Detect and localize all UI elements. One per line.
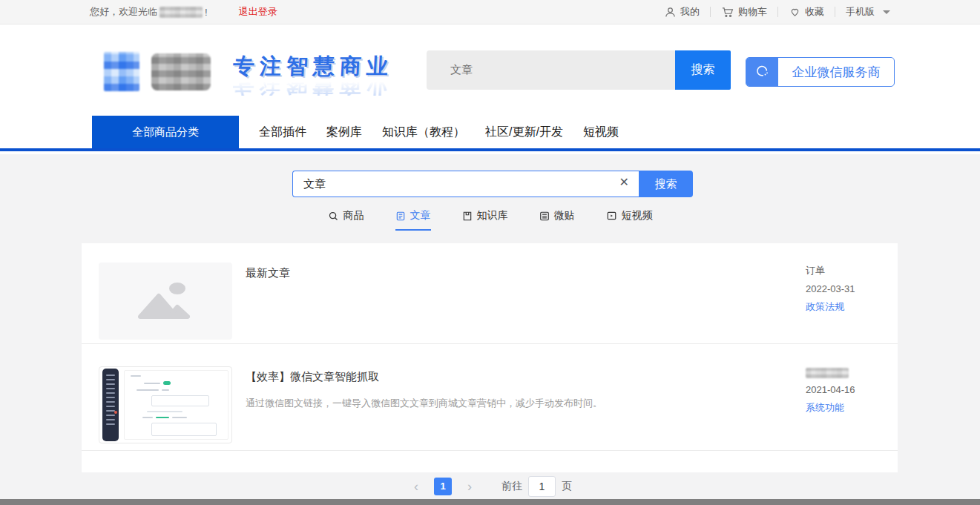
result-body: 【效率】微信文章智能抓取 通过微信图文链接，一键导入微信图文文章到商城文章营销中… <box>232 366 806 411</box>
result-category: 订单 <box>806 264 825 277</box>
nav-item-community[interactable]: 社区/更新/开发 <box>485 116 563 148</box>
knowledge-icon <box>462 211 473 222</box>
main-nav: 全部商品分类 全部插件 案例库 知识库（教程） 社区/更新/开发 短视频 <box>0 116 980 151</box>
nav-item-short-video[interactable]: 短视频 <box>583 116 619 148</box>
image-placeholder-icon <box>134 278 197 324</box>
content-search-input[interactable] <box>292 171 639 197</box>
mobile-version-label: 手机版 <box>846 5 875 19</box>
result-thumbnail-placeholder[interactable] <box>99 263 232 340</box>
article-icon <box>395 211 406 222</box>
result-title[interactable]: 最新文章 <box>246 266 791 280</box>
username-blurred <box>160 7 203 18</box>
site-slogan: 专注智慧商业 专注智慧商业 <box>233 56 393 96</box>
tab-posts-label: 微贴 <box>554 209 575 222</box>
site-logo-text-blurred <box>151 53 211 90</box>
nav-item-case-library[interactable]: 案例库 <box>326 116 362 148</box>
result-date: 2021-04-16 <box>806 384 855 395</box>
search-icon <box>328 211 339 222</box>
my-account-label: 我的 <box>680 5 700 19</box>
header-search: 搜索 <box>427 50 731 90</box>
logout-link[interactable]: 退出登录 <box>239 5 277 19</box>
favorites-label: 收藏 <box>805 5 824 19</box>
logo-area[interactable]: 专注智慧商业 专注智慧商业 <box>104 52 393 96</box>
pagination-goto-input[interactable] <box>528 476 556 497</box>
divider <box>710 7 711 17</box>
user-icon <box>664 6 677 19</box>
result-body: 最新文章 <box>232 263 806 280</box>
bottom-bar <box>0 499 980 505</box>
header: 专注智慧商业 专注智慧商业 搜索 企业微信服务商 <box>0 25 980 116</box>
pagination-next-button[interactable]: › <box>461 480 478 493</box>
result-date: 2022-03-31 <box>806 283 855 294</box>
results-card: 最新文章 订单 2022-03-31 政策法规 <box>82 243 898 472</box>
topbar: 您好，欢迎光临 ! 退出登录 我的 购物车 <box>0 0 980 24</box>
topbar-greeting: 您好，欢迎光临 ! 退出登录 <box>90 5 277 19</box>
nav-item-all-categories[interactable]: 全部商品分类 <box>92 116 239 148</box>
header-search-button[interactable]: 搜索 <box>675 50 731 90</box>
pagination-prev-button[interactable]: ‹ <box>408 480 424 493</box>
thumb-admin-panel <box>124 370 228 440</box>
result-row: 【效率】微信文章智能抓取 通过微信图文链接，一键导入微信图文文章到商城文章营销中… <box>82 344 898 450</box>
favorites-link[interactable]: 收藏 <box>789 5 824 19</box>
result-thumbnail-screenshot[interactable] <box>99 366 232 443</box>
header-search-input[interactable] <box>427 50 675 90</box>
tab-short-video[interactable]: 短视频 <box>606 209 653 231</box>
cart-label: 购物车 <box>738 5 767 19</box>
wechat-service-button[interactable]: 企业微信服务商 <box>746 57 895 87</box>
pagination: ‹ 1 › 前往 页 <box>0 476 980 497</box>
nav-item-all-plugins[interactable]: 全部插件 <box>259 116 306 148</box>
cart-icon <box>721 6 734 19</box>
pagination-unit-label: 页 <box>562 480 572 493</box>
result-description: 通过微信图文链接，一键导入微信图文文章到商城文章营销中，减少手动发布时间。 <box>246 396 791 411</box>
clear-icon[interactable]: ✕ <box>619 176 629 188</box>
site-logo-icon-blurred <box>104 52 139 91</box>
video-icon <box>606 211 617 221</box>
result-tabs: 商品 文章 知识库 <box>0 209 980 231</box>
topbar-links: 我的 购物车 收藏 <box>664 5 890 19</box>
result-author-blurred <box>806 368 849 378</box>
slogan-reflection: 专注智慧商业 <box>232 74 394 96</box>
page: 您好，欢迎光临 ! 退出登录 我的 购物车 <box>0 0 980 505</box>
pagination-goto-label: 前往 <box>501 480 522 493</box>
result-tag-link[interactable]: 系统功能 <box>806 401 844 415</box>
chevron-down-icon <box>883 10 890 14</box>
row-divider <box>82 450 898 451</box>
tab-articles[interactable]: 文章 <box>395 209 431 231</box>
tab-posts[interactable]: 微贴 <box>539 209 575 231</box>
pagination-page-current[interactable]: 1 <box>434 478 452 495</box>
tab-products[interactable]: 商品 <box>328 209 364 231</box>
my-account-link[interactable]: 我的 <box>664 5 700 19</box>
wechat-service-label: 企业微信服务商 <box>778 64 894 81</box>
mobile-version-link[interactable]: 手机版 <box>846 5 890 19</box>
tab-knowledge[interactable]: 知识库 <box>462 209 508 231</box>
divider <box>835 7 835 17</box>
post-icon <box>539 211 550 222</box>
cart-link[interactable]: 购物车 <box>721 5 767 19</box>
result-meta: 订单 2022-03-31 政策法规 <box>806 263 880 314</box>
result-row: 最新文章 订单 2022-03-31 政策法规 <box>82 243 898 343</box>
heart-icon <box>789 6 801 18</box>
greeting-prefix: 您好，欢迎光临 <box>90 5 157 19</box>
content-search: ✕ 搜索 <box>292 171 693 197</box>
tab-articles-label: 文章 <box>410 209 431 222</box>
divider <box>777 7 778 17</box>
greeting-suffix: ! <box>205 7 208 18</box>
result-tag-link[interactable]: 政策法规 <box>806 300 844 314</box>
content-area: ✕ 搜索 商品 文章 <box>0 154 980 499</box>
content-search-button[interactable]: 搜索 <box>639 171 693 197</box>
tab-knowledge-label: 知识库 <box>477 209 508 222</box>
result-title[interactable]: 【效率】微信文章智能抓取 <box>246 370 791 384</box>
nav-item-knowledge-base[interactable]: 知识库（教程） <box>382 116 465 148</box>
wechat-icon <box>746 58 778 86</box>
tab-products-label: 商品 <box>343 209 364 222</box>
result-meta: 2021-04-16 系统功能 <box>806 366 880 415</box>
thumb-admin-sidebar <box>102 369 119 441</box>
tab-short-video-label: 短视频 <box>622 209 653 222</box>
